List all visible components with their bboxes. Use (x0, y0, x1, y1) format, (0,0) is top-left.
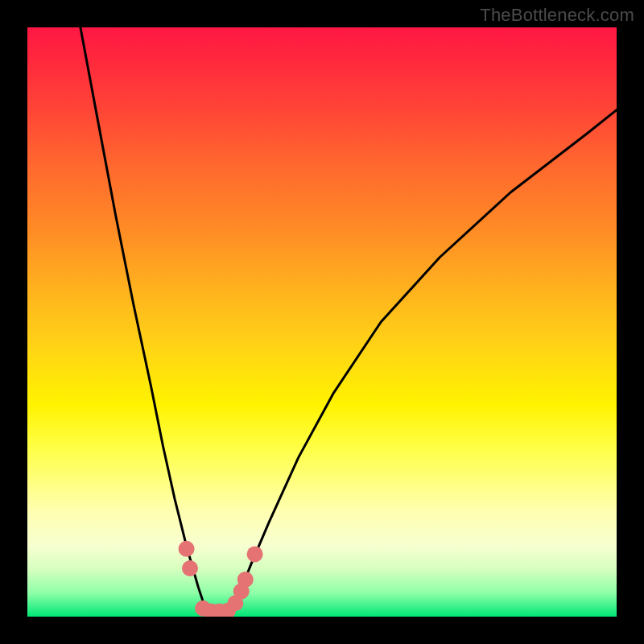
data-marker (237, 572, 254, 588)
chart-frame: TheBottleneck.com (0, 0, 644, 644)
bottleneck-curve (80, 27, 617, 617)
data-marker (179, 541, 195, 557)
curve-layer (27, 27, 617, 617)
watermark-text: TheBottleneck.com (480, 5, 634, 26)
data-marker (182, 560, 198, 576)
data-marker (247, 546, 263, 562)
